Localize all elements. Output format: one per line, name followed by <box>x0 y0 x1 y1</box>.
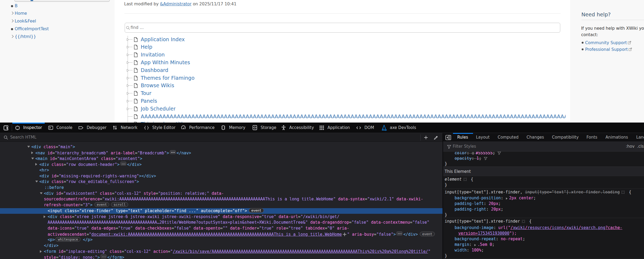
devtools-tab-axe-devtools[interactable]: axaxe DevTools <box>379 123 419 133</box>
pick-element-button[interactable] <box>3 125 9 132</box>
tree-node[interactable]: Invitation <box>115 51 570 59</box>
devtools-tab-accessibility[interactable]: Accessibility <box>278 123 317 133</box>
collapse-sidebar-button[interactable] <box>445 135 451 141</box>
expander-closed-icon[interactable] <box>35 163 37 166</box>
tree-expander-icon[interactable] <box>127 69 129 72</box>
event-badge[interactable]: event <box>249 208 264 213</box>
tree-node[interactable]: Browse Wikis <box>115 82 570 89</box>
tree-expander-icon[interactable] <box>127 77 129 80</box>
sidebar-tab-rules[interactable]: Rules <box>457 133 468 142</box>
sidebar-tab-computed[interactable]: Computed <box>498 133 519 142</box>
markup-row[interactable]: sourcedocumentreference="xwiki:AAAAAAAAA… <box>0 196 443 202</box>
hover-pseudo-button[interactable]: :hov <box>626 144 635 149</box>
rule-line[interactable]: input[type="text"].xtree-finder, input[t… <box>443 189 644 195</box>
markup-row[interactable]: <main id="mainContentArea" class="xconte… <box>0 156 443 162</box>
rule-line[interactable]: padding-right: 20px; <box>443 207 644 212</box>
sidebar-tab-fonts[interactable]: Fonts <box>586 133 597 142</box>
markup-row[interactable]: <div id="missing-required-rights-warning… <box>0 173 443 179</box>
markup-row[interactable]: <hr> <box>0 167 443 173</box>
rule-line[interactable]: } <box>443 253 644 259</box>
sidebar-link[interactable]: B <box>15 2 18 10</box>
overridden-filter-icon[interactable] <box>481 156 487 161</box>
overridden-filter-icon[interactable] <box>495 152 501 155</box>
tree-node-label[interactable]: App Within Minutes <box>141 59 190 66</box>
event-badge[interactable]: event <box>420 232 435 236</box>
devtools-tab-inspector[interactable]: Inspector <box>12 123 45 133</box>
tree-node-label[interactable]: Dashboard <box>141 66 168 74</box>
class-toggle-button[interactable]: .cls <box>637 144 644 149</box>
sidebar-tab-lang[interactable]: Lang <box>636 133 644 142</box>
devtools-tab-application[interactable]: Application <box>317 123 353 133</box>
expander-open-icon[interactable] <box>35 181 38 182</box>
rule-line[interactable]: color: #555555; <box>443 152 644 156</box>
scroll-badge[interactable]: scroll <box>111 202 128 207</box>
rule-line[interactable]: element { <box>443 177 644 182</box>
tree-node[interactable]: Panels <box>115 97 570 105</box>
devtools-tab-style-editor[interactable]: Style Editor <box>141 123 178 133</box>
markup-row[interactable]: <div class="row document-header"></div> <box>0 162 443 167</box>
tree-node-label[interactable]: Application Index <box>141 36 185 43</box>
tree-node-label[interactable]: Job Scheduler <box>141 105 176 113</box>
search-html-input[interactable]: Search HTML <box>10 135 36 140</box>
devtools-tab-network[interactable]: Network <box>110 123 140 133</box>
tree-node-label[interactable]: Invitation <box>141 51 165 59</box>
tree-node[interactable]: Application Index <box>115 36 570 43</box>
tree-expander-icon[interactable] <box>127 61 129 64</box>
expander-open-icon[interactable] <box>31 158 34 159</box>
devtools-tab-console[interactable]: Console <box>45 123 75 133</box>
tree-node[interactable]: Themes for Flamingo <box>115 74 570 82</box>
tree-expander-icon[interactable] <box>127 53 129 56</box>
sidebar-item[interactable]: Home <box>0 10 115 17</box>
tree-node-label[interactable]: Panels <box>141 97 157 105</box>
help-link[interactable]: Professional Support <box>585 47 632 54</box>
tree-expander-icon[interactable] <box>127 84 129 87</box>
collapsed-children-badge[interactable] <box>397 231 402 235</box>
markup-row[interactable]: data-icons="true" data-edges="true" data… <box>0 226 443 231</box>
sidebar-link[interactable]: {{/html}} <box>15 33 36 41</box>
markup-row[interactable]: <nav id="hierarchy_breadcrumb" aria-labe… <box>0 150 443 156</box>
devtools-tab-performance[interactable]: Performance <box>178 123 217 133</box>
rule-line[interactable]: } <box>443 161 644 167</box>
tree-expander-icon[interactable] <box>127 107 129 111</box>
tree-node[interactable]: Job Scheduler <box>115 105 570 113</box>
help-link[interactable]: Community Support <box>585 40 631 47</box>
sidebar-link[interactable]: OfficeImportTest <box>15 25 49 33</box>
tree-node[interactable]: Tour <box>115 89 570 97</box>
eyedropper-button[interactable] <box>433 135 439 141</box>
expander-open-icon[interactable] <box>27 146 30 148</box>
sidebar-link[interactable]: Home <box>15 10 27 17</box>
devtools-tab-storage[interactable]: Storage <box>250 123 279 133</box>
rule-line[interactable]: } <box>443 182 644 188</box>
tree-expander-icon[interactable] <box>127 38 129 41</box>
markup-row[interactable]: <div id="xwikicontent" class="col-xs-12"… <box>0 191 443 197</box>
author-link[interactable]: &Administrator <box>160 2 192 6</box>
markup-row[interactable]: <form id="inplace-editing" class="col-xs… <box>0 249 443 255</box>
sidebar-tab-compatibility[interactable]: Compatibility <box>552 133 579 142</box>
markup-row-selected[interactable]: <input class="xtree-finder" type="text" … <box>0 208 443 214</box>
tree-expander-icon[interactable] <box>127 100 129 103</box>
rule-line[interactable]: version=1753451930000"); <box>443 231 644 236</box>
markup-row[interactable]: AAAAAAAAAAAAAAAAAAAAAAAAAAAAAAAAAAAAAAAA… <box>0 220 443 226</box>
sidebar-item[interactable]: B <box>0 2 115 10</box>
expander-closed-icon[interactable] <box>31 151 33 154</box>
rule-line[interactable]: input[type="text"].xtree-finder { <box>443 219 644 224</box>
rule-line[interactable]: opacity: 1; <box>443 156 644 161</box>
rule-line[interactable]: width: 100%; <box>443 247 644 253</box>
expander-closed-icon[interactable] <box>40 250 42 253</box>
tree-node[interactable]: Help <box>115 43 570 51</box>
markup-row[interactable]: <p>whitespace </p> <box>0 237 443 243</box>
devtools-tab-dom[interactable]: DOM <box>353 123 377 133</box>
rule-line[interactable]: margin: .5em 0; <box>443 242 644 247</box>
tree-node[interactable]: Dashboard <box>115 66 570 74</box>
tree-node-label[interactable]: Themes for Flamingo <box>141 74 195 82</box>
rule-line[interactable]: } <box>443 212 644 218</box>
value-expander-icon[interactable] <box>474 244 476 246</box>
collapsed-children-badge[interactable] <box>170 150 176 154</box>
color-swatch[interactable] <box>472 152 474 155</box>
tree-expander-icon[interactable] <box>127 92 129 95</box>
tree-node-label[interactable]: Help <box>141 43 152 51</box>
markup-row[interactable]: <div class="row cke_editable_fullscreen"… <box>0 179 443 185</box>
tree-finder-input[interactable]: find ... <box>125 23 560 33</box>
collapsed-children-badge[interactable] <box>120 162 126 166</box>
markup-row[interactable]: ::before <box>0 185 443 191</box>
